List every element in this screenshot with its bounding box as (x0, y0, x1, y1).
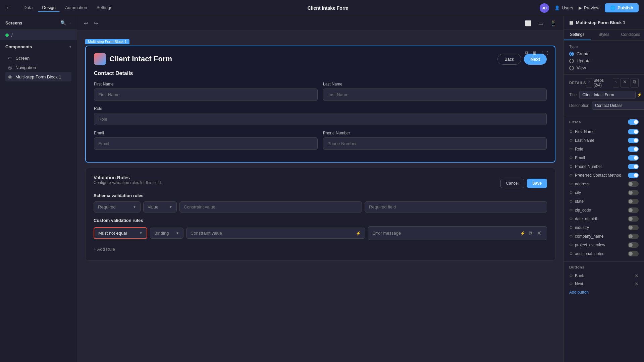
schema-rule-select[interactable]: Required ▼ (94, 201, 141, 213)
constraint-input[interactable]: Constraint value ⚡ (186, 228, 365, 239)
toggle-address[interactable] (628, 181, 639, 187)
desc-field-input[interactable] (592, 102, 644, 110)
nav-tab-data[interactable]: Data (19, 4, 37, 12)
title-lightning-icon[interactable]: ⚡ (637, 93, 642, 97)
gear-preferred-icon[interactable]: ⚙ (569, 173, 573, 178)
gear-back-btn-icon[interactable]: ⚙ (569, 274, 573, 278)
toggle-phone[interactable] (628, 164, 639, 169)
toggle-lastname[interactable] (628, 138, 639, 143)
mobile-icon[interactable]: 📱 (549, 19, 558, 28)
type-create[interactable]: Create (569, 51, 639, 56)
type-view[interactable]: View (569, 65, 639, 70)
gear-role-icon[interactable]: ⚙ (569, 147, 573, 152)
redo-icon[interactable]: ↪ (92, 19, 99, 28)
form-copy-icon[interactable]: ⧉ (525, 50, 528, 56)
schema-value-select[interactable]: Value ▼ (143, 201, 177, 213)
toggle-email[interactable] (628, 155, 639, 161)
nav-tab-design[interactable]: Design (38, 4, 59, 12)
tablet-icon[interactable]: ▭ (537, 19, 545, 28)
error-delete-icon[interactable]: ✕ (536, 229, 543, 237)
nav-tab-automation[interactable]: Automation (61, 4, 91, 12)
add-screen-icon[interactable]: + (69, 20, 71, 25)
gear-zip-icon[interactable]: ⚙ (569, 208, 573, 213)
toggle-firstname[interactable] (628, 129, 639, 134)
gear-next-btn-icon[interactable]: ⚙ (569, 282, 573, 286)
last-name-input[interactable] (323, 88, 547, 101)
toggle-notes[interactable] (628, 251, 639, 256)
gear-firstname-icon[interactable]: ⚙ (569, 129, 573, 134)
custom-rule-select[interactable]: Must not equal ▼ (94, 227, 147, 239)
toggle-industry[interactable] (628, 225, 639, 230)
toggle-state[interactable] (628, 199, 639, 204)
phone-input[interactable] (323, 137, 547, 150)
first-name-input[interactable] (94, 88, 318, 101)
validation-actions: Cancel Save (500, 179, 547, 188)
email-input[interactable] (94, 137, 318, 150)
toggle-dob[interactable] (628, 216, 639, 222)
toggle-zip[interactable] (628, 207, 639, 213)
next-remove-btn[interactable]: ✕ (635, 281, 639, 287)
nav-tab-settings[interactable]: Settings (93, 4, 116, 12)
schema-constraint-input[interactable] (179, 201, 362, 213)
gear-phone-icon[interactable]: ⚙ (569, 164, 573, 169)
gear-address-icon[interactable]: ⚙ (569, 182, 573, 186)
tab-styles[interactable]: Styles (591, 29, 618, 40)
cancel-button[interactable]: Cancel (500, 179, 524, 188)
component-navigation[interactable]: ◎ Navigation (5, 63, 71, 72)
add-component-icon[interactable]: + (69, 44, 71, 49)
search-icon[interactable]: 🔍 (60, 20, 66, 25)
gear-project-icon[interactable]: ⚙ (569, 243, 573, 247)
error-input[interactable]: Error message ⚡ ⧉ ✕ (368, 226, 547, 240)
gear-lastname-icon[interactable]: ⚙ (569, 138, 573, 143)
gear-notes-icon[interactable]: ⚙ (569, 251, 573, 256)
schema-result-field[interactable] (365, 201, 547, 213)
gear-state-icon[interactable]: ⚙ (569, 199, 573, 204)
screen-item[interactable]: / (0, 30, 77, 40)
gear-industry-icon[interactable]: ⚙ (569, 225, 573, 230)
role-input[interactable] (94, 113, 547, 125)
title-field-input[interactable] (579, 91, 636, 99)
back-remove-btn[interactable]: ✕ (635, 273, 639, 279)
publish-button[interactable]: 🌐 Publish (605, 3, 639, 12)
form-body: Contact Details First Name Last Name (86, 70, 555, 162)
error-lightning-icon[interactable]: ⚡ (520, 231, 525, 236)
component-screen[interactable]: ▭ Screen (5, 53, 71, 63)
gear-email-icon[interactable]: ⚙ (569, 156, 573, 160)
fields-master-toggle[interactable] (628, 119, 639, 125)
tab-settings[interactable]: Settings (564, 29, 591, 40)
gear-dob-icon[interactable]: ⚙ (569, 217, 573, 221)
toggle-company[interactable] (628, 234, 639, 239)
gear-company-icon[interactable]: ⚙ (569, 234, 573, 239)
gear-city-icon[interactable]: ⚙ (569, 190, 573, 195)
component-multistep[interactable]: ◉ Multi-step Form Block 1 (5, 72, 71, 81)
back-arrow-icon[interactable]: ← (5, 4, 11, 11)
preview-button[interactable]: ▶ Preview (579, 5, 599, 10)
type-update[interactable]: Update (569, 58, 639, 63)
step-copy-btn[interactable]: ⧉ (631, 78, 639, 87)
toggle-role[interactable] (628, 146, 639, 152)
schema-select-arrow: ▼ (133, 205, 136, 209)
form-dots-icon[interactable]: ⋮⋮ (541, 50, 549, 56)
constraint-lightning-icon[interactable]: ⚡ (356, 231, 361, 236)
error-copy-icon[interactable]: ⧉ (527, 230, 534, 237)
save-button[interactable]: Save (527, 179, 547, 188)
step-next-btn[interactable]: › (613, 78, 619, 87)
binding-select[interactable]: Binding ▼ (150, 228, 183, 239)
tab-conditions[interactable]: Conditions (617, 29, 644, 40)
button-back-row: ⚙ Back ✕ (569, 272, 639, 280)
toggle-project[interactable] (628, 242, 639, 248)
users-button[interactable]: 👤 Users (554, 5, 573, 10)
step-delete-btn[interactable]: ✕ (621, 78, 629, 87)
step-prev-btn[interactable]: ‹ (586, 78, 592, 87)
form-delete-icon[interactable]: 🗑 (532, 50, 537, 56)
toggle-city[interactable] (628, 190, 639, 195)
add-rule-button[interactable]: + Add Rule (94, 245, 547, 254)
field-notes-label: additional_notes (575, 251, 604, 256)
back-button[interactable]: Back (497, 54, 521, 65)
schema-title: Schema validation rules (94, 193, 547, 198)
toggle-preferred[interactable] (628, 173, 639, 178)
desktop-icon[interactable]: ⬜ (524, 19, 533, 28)
undo-icon[interactable]: ↩ (83, 19, 90, 28)
add-button-link[interactable]: Add button (569, 288, 639, 297)
email-label: Email (94, 131, 318, 135)
